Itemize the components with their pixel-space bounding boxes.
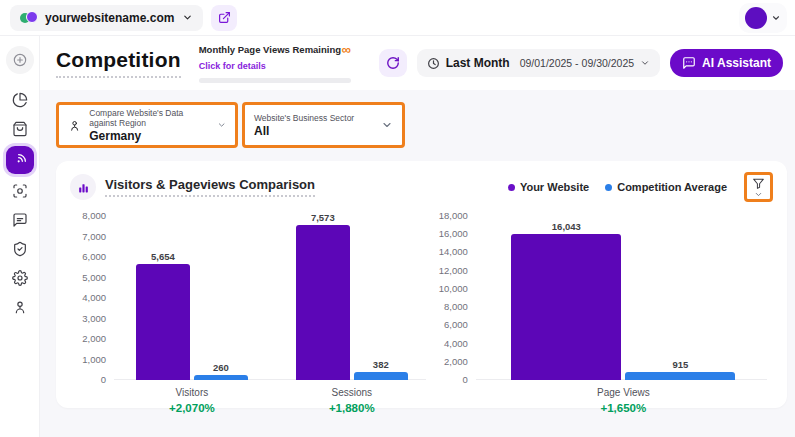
bar-chart-icon [70,174,96,200]
sidebar-item-security[interactable] [6,235,34,263]
y-axis: 02,0004,0006,0008,00010,00012,00014,0001… [432,216,474,380]
bar-your-website-sessions: 7,573 [296,225,350,380]
website-name: yourwebsitename.com [45,11,174,25]
content-area: Compare Website's Data against Region Ge… [40,90,795,437]
clock-icon [427,57,440,70]
y-tick-label: 14,000 [439,246,468,257]
chevron-down-icon [640,58,650,68]
open-website-button[interactable] [211,5,237,31]
chart-filter-button[interactable] [744,172,773,202]
y-tick-label: 0 [462,374,467,385]
region-person-pin-icon [68,117,81,134]
sector-filter-label: Website's Business Sector [254,113,354,123]
funnel-icon [752,177,765,190]
y-tick-label: 18,000 [439,210,468,221]
legend-item-competition-average[interactable]: Competition Average [605,181,727,193]
bar-chart-visitors-sessions: 01,0002,0003,0004,0005,0006,0007,0008,00… [70,216,432,414]
period-label: Last Month [446,56,510,70]
legend-item-your-website[interactable]: Your Website [508,181,589,193]
bar-value-label: 915 [605,359,755,370]
pageviews-quota-widget: Monthly Page Views Remaining Click for d… [199,44,351,83]
delta-percentage: +1,880% [329,402,375,414]
sidebar-item-competition[interactable] [6,146,34,174]
y-tick-label: 8,000 [82,210,106,221]
topbar: yourwebsitename.com [0,0,795,36]
y-tick-label: 5,000 [82,272,106,283]
pie-chart-icon [12,92,28,108]
infinity-quota-value: ∞ [341,44,350,56]
comparison-chart-card: Visitors & Pageviews Comparison Your Web… [56,161,787,408]
gear-icon [12,270,28,286]
category-label: Visitors [176,387,209,398]
business-sector-dropdown[interactable]: Website's Business Sector All [242,102,405,148]
chat-bubble-icon [682,56,696,70]
sidebar-item-settings[interactable] [6,264,34,292]
bar-group-page-views: 16,043915Page Views+1,650% [511,216,735,414]
y-tick-label: 10,000 [439,283,468,294]
chevron-down-icon [217,119,226,131]
y-tick-label: 8,000 [444,301,468,312]
y-tick-label: 0 [101,374,106,385]
scan-icon [12,183,28,199]
delta-percentage: +1,650% [600,402,646,414]
chevron-down-icon [182,12,193,23]
region-filter-dropdown[interactable]: Compare Website's Data against Region Ge… [56,102,238,148]
legend-dot-icon [605,184,612,191]
chevron-down-icon [771,13,781,23]
y-axis: 01,0002,0003,0004,0005,0006,0007,0008,00… [70,216,112,380]
sidebar [0,36,40,437]
sidebar-item-chat[interactable] [6,206,34,234]
quota-details-link[interactable]: Click for details [199,61,266,71]
page-header: Competition Monthly Page Views Remaining… [40,36,795,90]
website-selector[interactable]: yourwebsitename.com [10,5,203,31]
sidebar-item-dashboard[interactable] [6,86,34,114]
user-menu[interactable] [739,3,787,33]
category-label: Sessions [331,387,372,398]
bar-value-label: 16,043 [491,221,641,232]
category-label: Page Views [597,387,650,398]
avatar [745,7,767,29]
quota-label: Monthly Page Views Remaining [199,44,341,55]
y-tick-label: 1,000 [82,354,106,365]
y-tick-label: 2,000 [444,356,468,367]
bar-competition-average-sessions: 382 [354,372,408,380]
bar-group-visitors: 5,654260Visitors+2,070% [136,216,248,414]
y-tick-label: 4,000 [82,292,106,303]
bar-value-label: 260 [174,362,268,373]
radar-icon [12,152,28,168]
sidebar-item-tracking[interactable] [6,177,34,205]
bar-group-sessions: 7,573382Sessions+1,880% [296,216,408,414]
sidebar-item-store[interactable] [6,115,34,143]
bar-chart-page-views: 02,0004,0006,0008,00010,00012,00014,0001… [432,216,773,414]
refresh-button[interactable] [379,49,407,77]
external-link-icon [218,11,231,24]
y-tick-label: 3,000 [82,313,106,324]
bar-value-label: 382 [334,359,428,370]
ai-assistant-label: AI Assistant [702,56,771,70]
sidebar-item-account[interactable] [6,293,34,321]
date-range-selector[interactable]: Last Month 09/01/2025 - 09/30/2025 [417,49,660,77]
y-tick-label: 12,000 [439,265,468,276]
legend-label: Your Website [520,181,589,193]
y-tick-label: 7,000 [82,231,106,242]
sector-filter-value: All [254,124,354,138]
ai-assistant-button[interactable]: AI Assistant [670,49,783,77]
chevron-down-icon [381,119,393,131]
region-filter-label: Compare Website's Data against Region [89,108,208,128]
sidebar-item-add[interactable] [6,46,34,74]
add-circle-icon [12,52,28,68]
refresh-icon [386,56,400,70]
filters-row: Compare Website's Data against Region Ge… [56,102,787,148]
quota-progress-bar [199,78,351,83]
bag-icon [12,121,28,137]
website-favicon-icon [20,10,37,25]
delta-percentage: +2,070% [169,402,215,414]
y-tick-label: 4,000 [444,338,468,349]
region-filter-value: Germany [89,129,208,143]
y-tick-label: 2,000 [82,333,106,344]
bar-value-label: 5,654 [116,251,210,262]
bar-value-label: 7,573 [276,212,370,223]
legend-label: Competition Average [617,181,727,193]
y-tick-label: 6,000 [82,251,106,262]
user-pin-icon [12,299,28,315]
